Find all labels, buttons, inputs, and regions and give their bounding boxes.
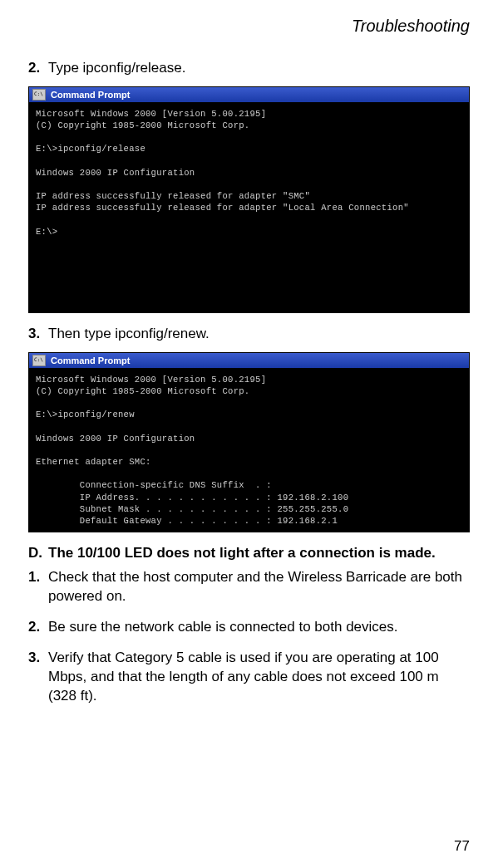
console-line: E:\>ipconfig/release xyxy=(36,144,145,154)
step-number: 1. xyxy=(28,568,48,606)
step-number: 2. xyxy=(28,59,48,78)
section-d-step-3: 3. Verify that Category 5 cable is used … xyxy=(28,649,470,706)
console-line: Subnet Mask . . . . . . . . . . . : 255.… xyxy=(36,504,348,514)
console-line: Connection-specific DNS Suffix . : xyxy=(36,480,272,490)
console-line: Default Gateway . . . . . . . . . : 192.… xyxy=(36,516,338,526)
console-output: Microsoft Windows 2000 [Version 5.00.219… xyxy=(29,103,469,312)
console-line: Microsoft Windows 2000 [Version 5.00.219… xyxy=(36,375,266,385)
step-number: 3. xyxy=(28,649,48,706)
console-line: IP Address. . . . . . . . . . . . : 192.… xyxy=(36,493,348,503)
step-text: Type ipconfig/release. xyxy=(48,59,470,78)
window-title: Command Prompt xyxy=(51,356,130,365)
console-line: (C) Copyright 1985-2000 Microsoft Corp. xyxy=(36,386,249,396)
console-line: Microsoft Windows 2000 [Version 5.00.219… xyxy=(36,109,266,119)
command-prompt-window-release: Command Prompt Microsoft Windows 2000 [V… xyxy=(28,86,470,313)
step-text: Verify that Category 5 cable is used if … xyxy=(48,649,470,706)
step-number: 3. xyxy=(28,325,48,344)
console-output: Microsoft Windows 2000 [Version 5.00.219… xyxy=(29,369,469,532)
console-line: E:\>ipconfig/renew xyxy=(36,409,135,419)
page: Troubleshooting 2. Type ipconfig/release… xyxy=(0,0,498,868)
command-prompt-icon xyxy=(32,89,46,101)
page-number: 77 xyxy=(454,838,470,855)
console-line: (C) Copyright 1985-2000 Microsoft Corp. xyxy=(36,120,249,130)
section-d-step-2: 2. Be sure the network cable is connecte… xyxy=(28,618,470,637)
step-2: 2. Type ipconfig/release. xyxy=(28,59,470,78)
step-number: 2. xyxy=(28,618,48,637)
console-line: IP address successfully released for ada… xyxy=(36,203,409,213)
window-title: Command Prompt xyxy=(51,90,130,100)
console-line: IP address successfully released for ada… xyxy=(36,191,310,201)
step-3: 3. Then type ipconfig/renew. xyxy=(28,325,470,344)
section-title: The 10/100 LED does not light after a co… xyxy=(48,544,470,563)
page-header: Troubleshooting xyxy=(28,17,470,36)
console-line: E:\> xyxy=(36,227,57,237)
section-d-step-1: 1. Check that the host computer and the … xyxy=(28,568,470,606)
console-line: Ethernet adapter SMC: xyxy=(36,457,151,467)
window-titlebar: Command Prompt xyxy=(29,353,469,369)
section-d-heading: D. The 10/100 LED does not light after a… xyxy=(28,544,470,563)
section-letter: D. xyxy=(28,544,48,563)
window-titlebar: Command Prompt xyxy=(29,87,469,103)
step-text: Be sure the network cable is connected t… xyxy=(48,618,470,637)
command-prompt-window-renew: Command Prompt Microsoft Windows 2000 [V… xyxy=(28,352,470,532)
command-prompt-icon xyxy=(32,355,46,366)
console-line: Windows 2000 IP Configuration xyxy=(36,434,195,444)
step-text: Then type ipconfig/renew. xyxy=(48,325,470,344)
step-text: Check that the host computer and the Wir… xyxy=(48,568,470,606)
console-line: Windows 2000 IP Configuration xyxy=(36,168,195,178)
